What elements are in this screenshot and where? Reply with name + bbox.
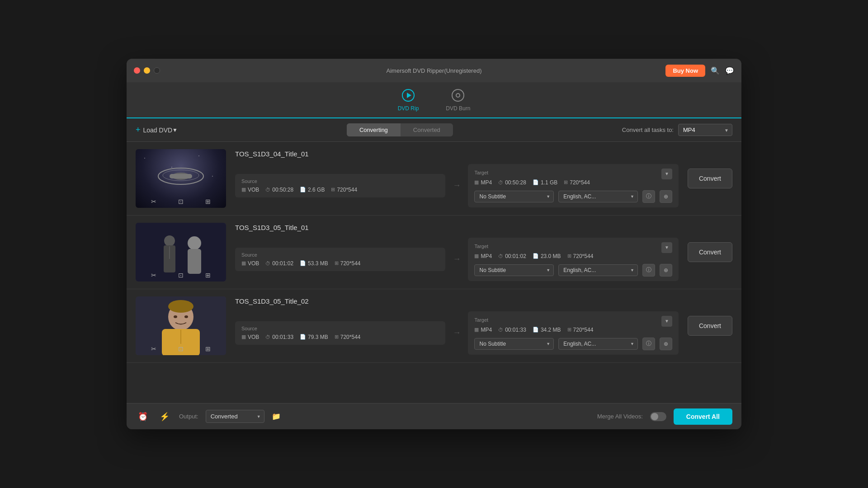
file-info-2: TOS_S1D3_05_Title_01 Source ▦ VOB ⏱ 00:0… bbox=[235, 223, 679, 282]
tab-dvd-burn[interactable]: DVD Burn bbox=[446, 88, 470, 112]
res-icon-1: ⊞ bbox=[331, 187, 335, 192]
source-duration-1: ⏱ 00:50:28 bbox=[265, 187, 293, 193]
svg-point-11 bbox=[164, 235, 175, 246]
target-expand-2[interactable]: ▼ bbox=[661, 242, 672, 253]
source-label-1: Source bbox=[241, 178, 439, 184]
source-duration-3: ⏱ 00:01:33 bbox=[265, 334, 293, 340]
source-details-2: ▦ VOB ⏱ 00:01:02 📄 53.3 MB bbox=[241, 260, 439, 267]
message-icon[interactable]: 💬 bbox=[725, 66, 734, 75]
file-icon-2: 📄 bbox=[300, 260, 306, 266]
audio-select-1[interactable]: English, AC... bbox=[558, 191, 638, 202]
subtitle-select-1[interactable]: No Subtitle bbox=[474, 191, 554, 202]
subtitle-select-wrapper-3: No Subtitle bbox=[474, 338, 554, 350]
audio-select-wrapper-1: English, AC... bbox=[558, 191, 638, 202]
info-button-2[interactable]: ⓘ bbox=[642, 264, 655, 277]
crop-icon-3[interactable]: ⊡ bbox=[178, 345, 184, 352]
effects-icon-3[interactable]: ⊞ bbox=[205, 345, 211, 352]
target-expand-1[interactable]: ▼ bbox=[661, 169, 672, 179]
target-header-3: Target ▼ bbox=[474, 316, 672, 327]
dvd-rip-label: DVD Rip bbox=[398, 105, 419, 112]
close-button[interactable] bbox=[134, 67, 140, 74]
target-duration-1: ⏱ 00:50:28 bbox=[498, 179, 526, 186]
source-box-1: Source ▦ VOB ⏱ 00:50:28 📄 bbox=[235, 174, 445, 197]
convert-button-3[interactable]: Convert bbox=[688, 316, 732, 336]
source-format-1: ▦ VOB bbox=[241, 187, 259, 193]
thumbnail-tools-1: ✂ ⊡ ⊞ bbox=[136, 198, 226, 205]
format-select[interactable]: MP4 MKV AVI MOV bbox=[678, 124, 732, 136]
target-expand-3[interactable]: ▼ bbox=[661, 316, 672, 327]
target-format-3: ▦ MP4 bbox=[474, 327, 492, 333]
audio-select-2[interactable]: English, AC... bbox=[558, 264, 638, 276]
subtitle-select-2[interactable]: No Subtitle bbox=[474, 264, 554, 276]
info-button-3[interactable]: ⓘ bbox=[642, 338, 655, 350]
source-res-2: ⊞ 720*544 bbox=[335, 260, 361, 267]
dvd-burn-icon bbox=[451, 88, 465, 103]
folder-icon-button[interactable]: 📁 bbox=[272, 412, 281, 421]
source-target-row-1: Source ▦ VOB ⏱ 00:50:28 📄 bbox=[235, 164, 679, 207]
minimize-button[interactable] bbox=[144, 67, 150, 74]
format-icon-1: ▦ bbox=[241, 187, 246, 192]
target-clock-icon-1: ⏱ bbox=[498, 180, 503, 185]
converting-tab[interactable]: Converting bbox=[347, 123, 401, 136]
cut-icon-2[interactable]: ✂ bbox=[151, 272, 156, 279]
convert-button-1[interactable]: Convert bbox=[688, 169, 732, 188]
target-header-2: Target ▼ bbox=[474, 242, 672, 253]
thumbnail-2: ✂ ⊡ ⊞ bbox=[136, 223, 226, 282]
load-dvd-button[interactable]: + Load DVD bbox=[136, 125, 172, 135]
merge-label: Merge All Videos: bbox=[597, 413, 643, 420]
settings-button-3[interactable]: ⊕ bbox=[660, 338, 672, 350]
effects-icon-2[interactable]: ⊞ bbox=[205, 272, 211, 279]
target-format-icon-2: ▦ bbox=[474, 253, 479, 259]
toolbar: + Load DVD ▼ Converting Converted Conver… bbox=[127, 118, 741, 142]
tab-switcher: Converting Converted bbox=[347, 123, 453, 136]
file-icon-3: 📄 bbox=[300, 334, 306, 340]
tab-dvd-rip[interactable]: DVD Rip bbox=[398, 88, 419, 112]
search-icon[interactable]: 🔍 bbox=[711, 66, 720, 75]
source-target-row-3: Source ▦ VOB ⏱ 00:01:33 📄 bbox=[235, 311, 679, 355]
content-area: ✂ ⊡ ⊞ TOS_S1D3_04_Title_01 Source ▦ VOB bbox=[127, 142, 741, 403]
settings-button-1[interactable]: ⊕ bbox=[660, 190, 672, 203]
target-file-icon-3: 📄 bbox=[533, 327, 539, 333]
subtitle-select-3[interactable]: No Subtitle bbox=[474, 338, 554, 350]
svg-point-20 bbox=[184, 315, 188, 318]
audio-select-3[interactable]: English, AC... bbox=[558, 338, 638, 350]
target-file-icon-1: 📄 bbox=[533, 179, 539, 185]
load-dvd-dropdown[interactable]: ▼ bbox=[172, 127, 178, 133]
convert-all-to-label: Convert all tasks to: bbox=[622, 127, 674, 133]
dvd-burn-label: DVD Burn bbox=[446, 105, 470, 112]
subtitle-select-wrapper-2: No Subtitle bbox=[474, 264, 554, 276]
thumbnail-3: ✂ ⊡ ⊞ bbox=[136, 296, 226, 355]
load-dvd-label: Load DVD bbox=[143, 127, 173, 134]
merge-toggle[interactable] bbox=[650, 412, 666, 421]
settings-button-2[interactable]: ⊕ bbox=[660, 264, 672, 277]
cut-icon-3[interactable]: ✂ bbox=[151, 345, 156, 352]
crop-icon-2[interactable]: ⊡ bbox=[178, 272, 184, 279]
output-select[interactable]: Converted Desktop Downloads bbox=[206, 410, 264, 423]
target-box-1: Target ▼ ▦ MP4 ⏱ 00:50:28 bbox=[468, 164, 678, 207]
flash-icon-button[interactable]: ⚡ bbox=[157, 409, 172, 424]
source-label-3: Source bbox=[241, 326, 439, 331]
plus-icon: + bbox=[136, 125, 141, 135]
file-item-3: ✂ ⊡ ⊞ TOS_S1D3_05_Title_02 Source ▦ VOB bbox=[127, 289, 741, 363]
converted-tab[interactable]: Converted bbox=[401, 123, 453, 136]
info-button-1[interactable]: ⓘ bbox=[642, 190, 655, 203]
buy-now-button[interactable]: Buy Now bbox=[665, 65, 705, 77]
source-format-3: ▦ VOB bbox=[241, 334, 259, 340]
svg-rect-10 bbox=[188, 249, 201, 274]
convert-all-button[interactable]: Convert All bbox=[674, 408, 732, 425]
target-box-3: Target ▼ ▦ MP4 ⏱ 00:01:33 bbox=[468, 311, 678, 355]
clock-icon-2: ⏱ bbox=[265, 261, 270, 266]
source-res-1: ⊞ 720*544 bbox=[331, 187, 357, 193]
thumbnail-tools-3: ✂ ⊡ ⊞ bbox=[136, 345, 226, 352]
file-info-1: TOS_S1D3_04_Title_01 Source ▦ VOB ⏱ 00:5… bbox=[235, 149, 679, 208]
target-details-3: ▦ MP4 ⏱ 00:01:33 📄 34.2 MB bbox=[474, 327, 672, 333]
convert-button-2[interactable]: Convert bbox=[688, 242, 732, 262]
schedule-icon-button[interactable]: ⏰ bbox=[136, 409, 150, 424]
cut-icon-1[interactable]: ✂ bbox=[151, 198, 156, 205]
effects-icon-1[interactable]: ⊞ bbox=[205, 198, 211, 205]
maximize-button[interactable] bbox=[154, 67, 160, 74]
source-size-1: 📄 2.6 GB bbox=[300, 187, 325, 193]
source-res-3: ⊞ 720*544 bbox=[335, 334, 361, 340]
crop-icon-1[interactable]: ⊡ bbox=[178, 198, 184, 205]
title-actions: Buy Now 🔍 💬 bbox=[665, 65, 734, 77]
